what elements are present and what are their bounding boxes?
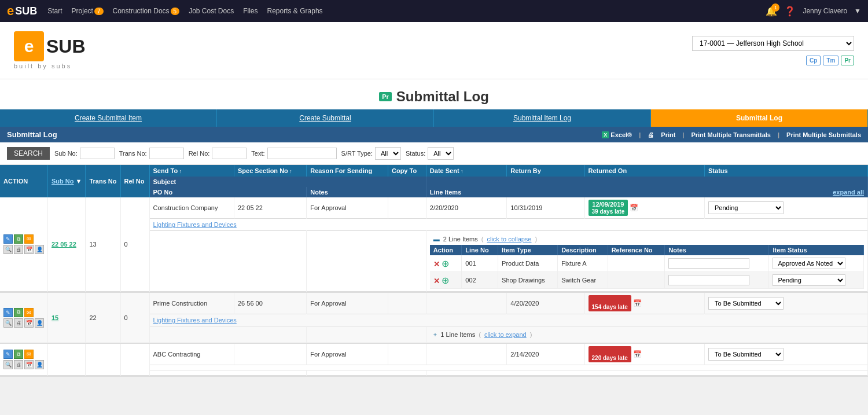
email-icon[interactable]: ✉ [24, 350, 34, 359]
expand-link[interactable]: click to expand [484, 331, 527, 338]
print-row-icon[interactable]: 🖨 [14, 318, 23, 328]
line-items-cell: ▬ 2 Line Items (click to collapse) Actio… [426, 231, 867, 292]
project-selector[interactable]: 17-0001 — Jefferson High School [692, 36, 854, 51]
calendar-icon[interactable]: 📅 [633, 299, 642, 307]
inner-line-items-table: Action Line No Item Type Description Ref… [430, 245, 864, 289]
email-icon[interactable]: ✉ [24, 308, 34, 317]
copy-icon[interactable]: ⧉ [14, 234, 23, 244]
print-multiple-transmittals-button[interactable]: Print Multiple Transmittals [691, 131, 771, 138]
sub-no-input[interactable] [80, 148, 115, 159]
inner-line-no-cell: 002 [462, 272, 498, 289]
search-button[interactable]: SEARCH [7, 147, 50, 160]
collapse-link[interactable]: click to collapse [487, 236, 531, 243]
tab-submittal-item-log[interactable]: Submittal Item Log [434, 109, 651, 127]
view-icon[interactable]: 🔍 [3, 318, 13, 328]
print-multiple-submittals-button[interactable]: Print Multiple Submittals [786, 131, 861, 138]
status-select[interactable]: PendingApprovedApproved As NotedRejected… [708, 348, 784, 361]
user-menu-icon[interactable]: ▼ [854, 7, 861, 15]
expand-all-button[interactable]: expand all [833, 189, 864, 196]
user-row-icon[interactable]: 👤 [35, 318, 44, 328]
copy-icon[interactable]: ⧉ [14, 308, 23, 317]
status-cell: PendingApprovedApproved As NotedRejected… [705, 344, 868, 365]
nav-files[interactable]: Files [243, 7, 258, 15]
user-row-icon[interactable]: 👤 [35, 245, 44, 254]
subject-link[interactable]: Lighting Fixtures and Devices [153, 317, 237, 324]
user-badges: Cp Tm Pr [806, 56, 854, 65]
notification-bell[interactable]: 🔔 1 [766, 6, 777, 17]
view-icon[interactable]: 🔍 [3, 360, 13, 369]
copy-icon[interactable]: ⧉ [14, 350, 23, 359]
sub-no-link[interactable]: 15 [52, 314, 58, 321]
page-header: e SUB built by subs 17-0001 — Jefferson … [0, 22, 868, 79]
return-by-cell: 10/31/2019 [507, 197, 584, 219]
user-name[interactable]: Jenny Clavero [803, 7, 847, 15]
tab-create-submittal[interactable]: Create Submittal [217, 109, 434, 127]
calendar-icon[interactable]: 📅 [633, 350, 642, 358]
print-button[interactable]: Print [661, 131, 675, 138]
srt-type-select[interactable]: All [375, 147, 401, 160]
rel-no-input[interactable] [212, 148, 247, 159]
inner-table-row: ✕ ⊕ 001 Product Data Fixture A [430, 255, 864, 272]
calendar-icon[interactable]: 📅 [630, 204, 638, 212]
tab-submittal-log[interactable]: Submittal Log [651, 109, 868, 127]
col-header-sub-no[interactable]: Sub No ▼ [48, 165, 86, 197]
nav-reports-graphs[interactable]: Reports & Graphs [267, 7, 323, 15]
rel-no-cell [120, 344, 149, 376]
item-status-select[interactable]: Approved As NotedPendingApprovedRejected [773, 274, 845, 286]
user-badge-tm[interactable]: Tm [823, 56, 838, 65]
print-row-icon[interactable]: 🖨 [14, 360, 23, 369]
email-icon[interactable]: ✉ [24, 234, 34, 244]
notes-cell [307, 326, 426, 343]
inner-col-line-no: Line No [462, 245, 498, 255]
trans-no-input[interactable] [149, 148, 184, 159]
item-status-select[interactable]: Approved As NotedPendingApprovedRejected [773, 258, 845, 269]
user-badge-cp[interactable]: Cp [806, 56, 821, 65]
help-icon[interactable]: ❓ [784, 6, 796, 17]
col-header-send-to: Send To [149, 165, 234, 177]
add-line-icon[interactable]: ⊕ [442, 259, 449, 269]
text-input[interactable] [267, 148, 337, 159]
delete-line-icon[interactable]: ✕ [433, 260, 440, 269]
edit-icon[interactable]: ✎ [3, 350, 13, 359]
delete-line-icon[interactable]: ✕ [433, 277, 440, 285]
status-select[interactable]: PendingApprovedApproved As NotedRejected… [708, 201, 784, 214]
subject-link[interactable]: Lighting Fixtures and Devices [153, 221, 237, 228]
edit-icon[interactable]: ✎ [3, 234, 13, 244]
nav-construction-docs[interactable]: Construction Docs5 [113, 7, 180, 15]
add-line-icon[interactable]: ⊕ [442, 276, 449, 285]
col-header-trans-no[interactable]: Trans No [86, 165, 120, 197]
user-row-icon[interactable]: 👤 [35, 360, 44, 369]
status-filter-select[interactable]: All [428, 147, 454, 160]
returned-on-overdue: 220 days late [589, 346, 631, 362]
copy-to-cell [388, 293, 426, 314]
status-select[interactable]: PendingApprovedApproved As NotedRejected… [708, 297, 784, 310]
calendar-row-icon[interactable]: 📅 [24, 245, 34, 254]
sub-no-link[interactable]: 22 05 22 [52, 241, 76, 248]
user-badge-pr[interactable]: Pr [841, 56, 854, 65]
inner-description-cell: Switch Gear [558, 272, 608, 289]
edit-icon[interactable]: ✎ [3, 308, 13, 317]
spec-section-cell: 26 56 00 [234, 293, 307, 314]
col-header-date-sent: Date Sent [426, 165, 507, 177]
send-to-cell: Construction Company [149, 197, 234, 219]
nav-start[interactable]: Start [47, 7, 62, 15]
line-items-count: 1 Line Items [440, 331, 475, 338]
collapse-icon[interactable]: ▬ [433, 236, 440, 243]
print-row-icon[interactable]: 🖨 [14, 245, 23, 254]
print-icon: 🖨 [648, 131, 654, 138]
nav-job-cost-docs[interactable]: Job Cost Docs [189, 7, 234, 15]
expand-icon[interactable]: + [433, 331, 437, 338]
excel-button[interactable]: X Excel® [602, 131, 632, 138]
notes-input[interactable] [668, 275, 749, 285]
line-items-cell [426, 370, 867, 376]
tab-create-submittal-item[interactable]: Create Submittal Item [0, 109, 217, 127]
header-right: 17-0001 — Jefferson High School Cp Tm Pr [692, 36, 854, 65]
nav-project[interactable]: Project7 [72, 7, 104, 15]
calendar-row-icon[interactable]: 📅 [24, 318, 34, 328]
view-icon[interactable]: 🔍 [3, 245, 13, 254]
reason-cell: For Approval [307, 293, 388, 314]
sub-no-cell: 22 05 22 [48, 197, 86, 292]
col-header-rel-no: Rel No [120, 165, 149, 197]
calendar-row-icon[interactable]: 📅 [24, 360, 34, 369]
notes-input[interactable] [668, 258, 749, 269]
